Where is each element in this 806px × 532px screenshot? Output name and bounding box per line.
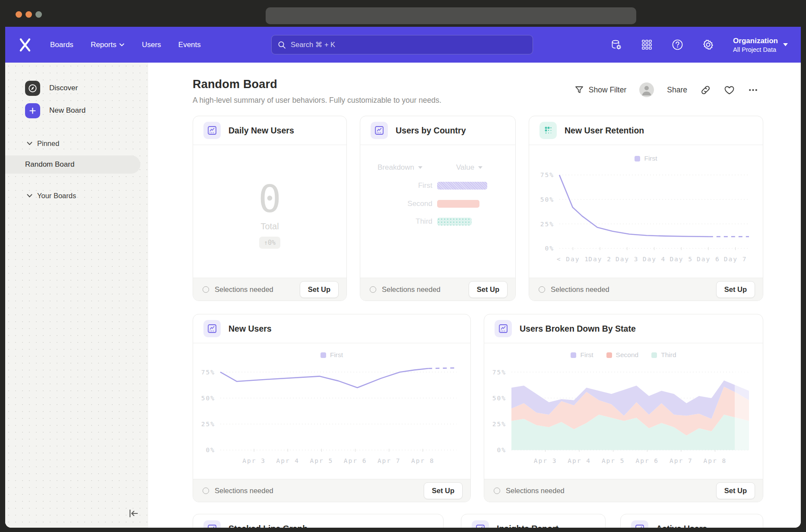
- sidebar-section-your-boards[interactable]: Your Boards: [5, 190, 148, 201]
- org-project-switcher[interactable]: Organization All Project Data: [733, 36, 788, 53]
- users-by-state-chart: 75%50%25%0%Apr 3Apr 4Apr 5Apr 6Apr 7Apr …: [484, 343, 763, 479]
- traffic-light-close[interactable]: [16, 11, 22, 18]
- country-row-third: Third: [360, 217, 472, 226]
- settings-gear-icon[interactable]: [702, 39, 714, 51]
- caret-down-icon: [478, 166, 482, 169]
- line-chart-icon: [472, 520, 489, 528]
- svg-text:0%: 0%: [206, 446, 215, 453]
- svg-text:Day 5: Day 5: [670, 256, 693, 263]
- data-management-icon[interactable]: [610, 39, 622, 51]
- sidebar-item-discover[interactable]: Discover: [5, 78, 148, 98]
- sidebar-section-pinned[interactable]: Pinned: [5, 138, 148, 149]
- show-filter-label: Show Filter: [589, 86, 627, 95]
- card-title: Users Broken Down By State: [520, 324, 636, 334]
- kpi-delta-badge: ↑0%: [259, 237, 280, 249]
- country-row-second: Second: [360, 200, 479, 208]
- your-boards-section-label: Your Boards: [37, 192, 76, 200]
- svg-text:Apr 6: Apr 6: [635, 457, 659, 464]
- sidebar-item-new-board[interactable]: New Board: [5, 101, 148, 120]
- search-input[interactable]: [291, 41, 527, 49]
- traffic-light-zoom[interactable]: [35, 11, 42, 18]
- nav-item-reports[interactable]: Reports: [91, 41, 125, 49]
- filter-funnel-icon: [574, 85, 584, 95]
- main-content: Random Board A high-level summary of use…: [148, 63, 801, 528]
- value-dropdown[interactable]: Value: [456, 163, 482, 172]
- person-icon: [639, 82, 654, 97]
- line-chart-icon: [631, 520, 648, 528]
- apps-grid-icon[interactable]: [641, 39, 653, 51]
- help-icon[interactable]: [672, 39, 683, 51]
- line-chart-icon: [203, 520, 221, 528]
- search-icon: [278, 41, 286, 49]
- favorite-heart-icon[interactable]: [724, 85, 735, 95]
- card-users-by-country: Users by Country Breakdown Value: [360, 116, 516, 301]
- line-chart-icon: [495, 320, 512, 337]
- svg-text:75%: 75%: [540, 171, 554, 178]
- svg-text:75%: 75%: [492, 369, 506, 376]
- svg-text:Apr 3: Apr 3: [534, 457, 557, 464]
- nav-right-actions: Organization All Project Data: [610, 36, 788, 53]
- share-button[interactable]: Share: [667, 86, 687, 95]
- nav-item-events[interactable]: Events: [178, 41, 201, 49]
- card-active-users: Active Users: [620, 514, 763, 528]
- more-options-icon[interactable]: [748, 85, 758, 95]
- card-title: New Users: [228, 324, 272, 334]
- share-label: Share: [667, 86, 687, 95]
- card-title: New User Retention: [565, 126, 644, 136]
- svg-text:Apr 5: Apr 5: [602, 457, 625, 464]
- set-up-button[interactable]: Set Up: [300, 281, 339, 298]
- card-stacked-line-graph: Stacked Line Graph: [193, 514, 444, 528]
- card-title: Daily New Users: [228, 126, 294, 136]
- card-title: Stacked Line Graph: [228, 524, 308, 528]
- set-up-button[interactable]: Set Up: [716, 482, 755, 499]
- nav-item-users[interactable]: Users: [142, 41, 161, 49]
- set-up-button[interactable]: Set Up: [716, 281, 755, 298]
- card-header: New Users: [193, 314, 470, 343]
- copy-link-icon[interactable]: [700, 85, 711, 95]
- status-circle-icon: [539, 286, 545, 293]
- avatar[interactable]: [639, 82, 654, 97]
- card-body: 0 Total ↑0%: [193, 145, 346, 278]
- status-text: Selections needed: [506, 487, 716, 495]
- breakdown-dropdown[interactable]: Breakdown: [378, 163, 422, 172]
- card-body: First 75%50%25%0%Apr 3Apr 4Apr 5Apr 6Apr…: [193, 343, 470, 479]
- traffic-light-minimize[interactable]: [25, 11, 32, 18]
- svg-text:Apr 7: Apr 7: [670, 457, 693, 464]
- caret-down-icon: [418, 166, 422, 169]
- browser-url-bar[interactable]: [266, 7, 636, 24]
- svg-text:Apr 6: Apr 6: [344, 457, 367, 464]
- sidebar-item-random-board[interactable]: Random Board: [5, 155, 140, 174]
- status-text: Selections needed: [215, 285, 300, 294]
- card-footer: Selections needed Set Up: [484, 479, 763, 502]
- caret-down-icon: [783, 43, 788, 46]
- show-filter-button[interactable]: Show Filter: [574, 85, 627, 95]
- svg-text:Day 3: Day 3: [616, 256, 639, 263]
- kpi-value: 0: [258, 180, 281, 218]
- svg-text:25%: 25%: [201, 421, 215, 428]
- svg-text:Apr 8: Apr 8: [411, 457, 435, 464]
- status-text: Selections needed: [215, 487, 424, 495]
- card-new-user-retention: New User Retention First 75%50%25%0%< Da…: [529, 116, 763, 301]
- cards-grid: Daily New Users 0 Total ↑0% Selections n…: [193, 116, 763, 528]
- card-new-users: New Users First 75%50%25%0%Apr 3Apr 4Apr…: [193, 314, 471, 502]
- mixpanel-logo-icon[interactable]: [17, 37, 33, 53]
- card-title: Insights Report: [497, 524, 558, 528]
- sidebar-new-board-label: New Board: [49, 106, 86, 115]
- set-up-button[interactable]: Set Up: [469, 281, 508, 298]
- chevron-down-icon: [27, 194, 32, 198]
- org-project: All Project Data: [733, 46, 778, 53]
- app-page: Boards Reports Users Events: [5, 27, 801, 528]
- set-up-button[interactable]: Set Up: [424, 482, 463, 499]
- row-label: Second: [360, 200, 432, 208]
- card-title: Active Users: [656, 524, 707, 528]
- global-search[interactable]: [271, 35, 533, 54]
- svg-text:Apr 4: Apr 4: [276, 457, 299, 464]
- cards-row-1: Daily New Users 0 Total ↑0% Selections n…: [193, 116, 763, 301]
- board-header: Random Board A high-level summary of use…: [148, 63, 801, 105]
- card-body: First 75%50%25%0%< Day 1Day 2Day 3Day 4D…: [529, 145, 763, 278]
- row-label: First: [360, 181, 432, 190]
- svg-text:Apr 5: Apr 5: [310, 457, 333, 464]
- sidebar-collapse-icon[interactable]: [127, 507, 140, 520]
- nav-item-boards[interactable]: Boards: [50, 41, 73, 49]
- status-circle-icon: [494, 488, 500, 494]
